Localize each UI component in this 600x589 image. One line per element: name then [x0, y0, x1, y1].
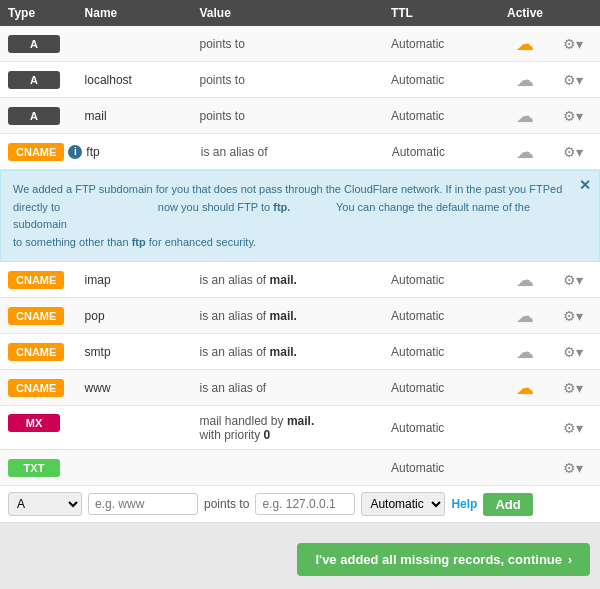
gear-button[interactable]: ⚙▾: [563, 272, 583, 288]
type-badge-cname[interactable]: CNAME: [8, 343, 64, 361]
table-row: MX mail handled by mail. with priority 0…: [0, 406, 600, 450]
add-button[interactable]: Add: [483, 493, 532, 516]
record-action[interactable]: ⚙▾: [563, 460, 592, 476]
header-type: Type: [8, 6, 85, 20]
gear-button[interactable]: ⚙▾: [563, 380, 583, 396]
record-active: ☁: [487, 305, 564, 327]
record-name: imap: [85, 273, 200, 287]
page-footer: I've added all missing records, continue…: [0, 523, 600, 589]
ttl-select[interactable]: Automatic: [361, 492, 445, 516]
table-row: CNAME i ftp is an alias of Automatic ☁ ⚙…: [0, 134, 600, 170]
dns-records-table: Type Name Value TTL Active A points to A…: [0, 0, 600, 523]
record-name: mail: [85, 109, 200, 123]
record-action[interactable]: ⚙▾: [563, 380, 592, 396]
gear-button[interactable]: ⚙▾: [563, 308, 583, 324]
table-row: A localhost points to Automatic ☁ ⚙▾: [0, 62, 600, 98]
record-active: ☁: [487, 377, 564, 399]
record-value: is an alias of mail.: [199, 273, 390, 287]
table-row: CNAME pop is an alias of mail. Automatic…: [0, 298, 600, 334]
header-name: Name: [85, 6, 200, 20]
gear-button[interactable]: ⚙▾: [563, 144, 583, 160]
type-badge-cname[interactable]: CNAME: [8, 143, 64, 161]
gear-button[interactable]: ⚙▾: [563, 36, 583, 52]
header-action: [563, 6, 592, 20]
type-badge-mx[interactable]: MX: [8, 414, 60, 432]
gear-button[interactable]: ⚙▾: [563, 72, 583, 88]
name-input[interactable]: [88, 493, 198, 515]
record-ttl: Automatic: [391, 273, 487, 287]
cloud-gray-icon: ☁: [516, 141, 534, 163]
record-action[interactable]: ⚙▾: [563, 108, 592, 124]
record-action[interactable]: ⚙▾: [563, 272, 592, 288]
info-box: ✕ We added a FTP subdomain for you that …: [0, 170, 600, 262]
help-button[interactable]: Help: [451, 497, 477, 511]
gear-button[interactable]: ⚙▾: [563, 344, 583, 360]
cloud-gray-icon: ☁: [516, 69, 534, 91]
points-to-label: points to: [204, 497, 249, 511]
table-row: A mail points to Automatic ☁ ⚙▾: [0, 98, 600, 134]
table-row: A points to Automatic ☁ ⚙▾: [0, 26, 600, 62]
record-active: ☁: [487, 141, 563, 163]
record-active: ☁: [487, 105, 564, 127]
value-input[interactable]: [255, 493, 355, 515]
record-name: www: [85, 381, 200, 395]
record-value: mail handled by mail. with priority 0: [199, 414, 390, 442]
record-active: ☁: [487, 33, 564, 55]
record-value: points to: [199, 109, 390, 123]
type-select[interactable]: A AAAA CNAME MX TXT SRV LOC SPF NS: [8, 492, 82, 516]
header-value: Value: [199, 6, 390, 20]
record-active: ☁: [487, 269, 564, 291]
continue-button[interactable]: I've added all missing records, continue…: [297, 543, 590, 576]
cloud-gray-icon: ☁: [516, 305, 534, 327]
type-badge-a[interactable]: A: [8, 35, 60, 53]
type-badge-a[interactable]: A: [8, 107, 60, 125]
record-action[interactable]: ⚙▾: [563, 36, 592, 52]
type-badge-a[interactable]: A: [8, 71, 60, 89]
record-action[interactable]: ⚙▾: [563, 144, 592, 160]
gear-button[interactable]: ⚙▾: [563, 420, 583, 436]
record-value: is an alias of mail.: [199, 345, 390, 359]
record-ttl: Automatic: [391, 381, 487, 395]
record-value: points to: [199, 73, 390, 87]
table-row: TXT Automatic ⚙▾: [0, 450, 600, 486]
record-name: smtp: [85, 345, 200, 359]
record-action[interactable]: ⚙▾: [563, 344, 592, 360]
record-value: is an alias of mail.: [199, 309, 390, 323]
record-name: ftp: [86, 145, 200, 159]
info-close-button[interactable]: ✕: [579, 177, 591, 193]
table-row: CNAME smtp is an alias of mail. Automati…: [0, 334, 600, 370]
record-action[interactable]: ⚙▾: [563, 72, 592, 88]
record-name: localhost: [85, 73, 200, 87]
table-header: Type Name Value TTL Active: [0, 0, 600, 26]
record-ttl: Automatic: [392, 145, 487, 159]
continue-label: I've added all missing records, continue: [315, 552, 562, 567]
cloud-gray-icon: ☁: [516, 341, 534, 363]
type-badge-cname[interactable]: CNAME: [8, 307, 64, 325]
record-value: points to: [199, 37, 390, 51]
cloud-orange-icon: ☁: [516, 377, 534, 399]
header-ttl: TTL: [391, 6, 487, 20]
gear-button[interactable]: ⚙▾: [563, 108, 583, 124]
record-value: is an alias of: [201, 145, 392, 159]
cloud-gray-icon: ☁: [516, 105, 534, 127]
record-name: pop: [85, 309, 200, 323]
table-row: CNAME imap is an alias of mail. Automati…: [0, 262, 600, 298]
table-row: CNAME www is an alias of Automatic ☁ ⚙▾: [0, 370, 600, 406]
record-ttl: Automatic: [391, 421, 487, 435]
type-badge-cname[interactable]: CNAME: [8, 271, 64, 289]
record-ttl: Automatic: [391, 73, 487, 87]
header-active: Active: [487, 6, 564, 20]
info-icon[interactable]: i: [68, 145, 82, 159]
type-badge-cname[interactable]: CNAME: [8, 379, 64, 397]
record-action[interactable]: ⚙▾: [563, 308, 592, 324]
gear-button[interactable]: ⚙▾: [563, 460, 583, 476]
record-ttl: Automatic: [391, 461, 487, 475]
add-record-row: A AAAA CNAME MX TXT SRV LOC SPF NS point…: [0, 486, 600, 523]
record-ttl: Automatic: [391, 345, 487, 359]
record-active: ☁: [487, 69, 564, 91]
cloud-gray-icon: ☁: [516, 269, 534, 291]
cloud-orange-icon: ☁: [516, 33, 534, 55]
record-action[interactable]: ⚙▾: [563, 420, 592, 436]
type-badge-txt[interactable]: TXT: [8, 459, 60, 477]
record-ttl: Automatic: [391, 37, 487, 51]
